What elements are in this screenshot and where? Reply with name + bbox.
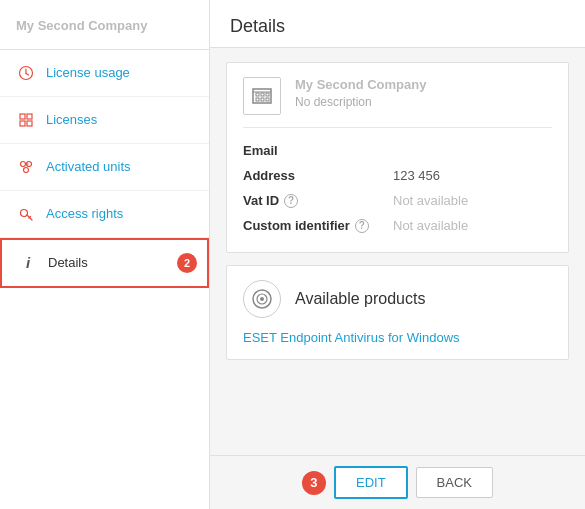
sidebar-nav: License usage Licenses (0, 50, 209, 509)
step-2-badge: 2 (177, 253, 197, 273)
main-panel: Details My S (210, 0, 585, 509)
address-row: Address 123 456 (243, 163, 552, 188)
product-link[interactable]: ESET Endpoint Antivirus for Windows (243, 330, 552, 345)
svg-rect-15 (256, 93, 259, 96)
sidebar-item-license-usage[interactable]: License usage (0, 50, 209, 97)
svg-rect-3 (20, 114, 25, 119)
main-content: My Second Company No description Email A… (210, 48, 585, 455)
company-description: No description (295, 95, 552, 109)
products-icon (243, 280, 281, 318)
sidebar: My Second Company License usage (0, 0, 210, 509)
main-header: Details (210, 0, 585, 48)
svg-rect-18 (256, 98, 259, 101)
custom-identifier-value: Not available (393, 218, 552, 233)
activated-units-icon (16, 157, 36, 177)
edit-button[interactable]: EDIT (334, 466, 408, 499)
step-3-badge: 3 (302, 471, 326, 495)
products-title: Available products (295, 290, 425, 308)
sidebar-item-label-access-rights: Access rights (46, 206, 123, 221)
svg-rect-6 (27, 121, 32, 126)
email-label: Email (243, 143, 383, 158)
address-label: Address (243, 168, 383, 183)
svg-line-2 (26, 73, 29, 75)
custom-identifier-label: Custom identifier ? (243, 218, 383, 233)
email-row: Email (243, 138, 552, 163)
svg-rect-19 (261, 98, 264, 101)
sidebar-item-label-details: Details (48, 255, 88, 270)
sidebar-item-label-license-usage: License usage (46, 65, 130, 80)
info-icon: i (18, 253, 38, 273)
clock-icon (16, 63, 36, 83)
page-title: Details (230, 16, 565, 37)
products-card: Available products ESET Endpoint Antivir… (226, 265, 569, 360)
details-table: Email Address 123 456 Vat ID ? Not avail… (243, 127, 552, 238)
sidebar-item-activated-units[interactable]: Activated units (0, 144, 209, 191)
sidebar-item-licenses[interactable]: Licenses (0, 97, 209, 144)
svg-rect-16 (261, 93, 264, 96)
svg-rect-5 (20, 121, 25, 126)
company-card-header: My Second Company No description (243, 77, 552, 115)
sidebar-item-access-rights[interactable]: Access rights (0, 191, 209, 238)
sidebar-header: My Second Company (0, 0, 209, 50)
company-name: My Second Company (295, 77, 552, 92)
svg-rect-17 (266, 93, 269, 96)
sidebar-item-label-licenses: Licenses (46, 112, 97, 127)
sidebar-company-name: My Second Company (16, 18, 193, 35)
main-footer: 3 EDIT BACK (210, 455, 585, 509)
licenses-icon (16, 110, 36, 130)
key-icon (16, 204, 36, 224)
svg-point-7 (21, 161, 26, 166)
company-card: My Second Company No description Email A… (226, 62, 569, 253)
svg-point-11 (21, 209, 28, 216)
custom-identifier-info-icon[interactable]: ? (355, 219, 369, 233)
company-info: My Second Company No description (295, 77, 552, 109)
back-button[interactable]: BACK (416, 467, 493, 498)
sidebar-item-details[interactable]: i Details 2 (0, 238, 209, 288)
vat-id-row: Vat ID ? Not available (243, 188, 552, 213)
footer-step: 3 EDIT BACK (302, 466, 493, 499)
svg-rect-4 (27, 114, 32, 119)
vat-id-info-icon[interactable]: ? (284, 194, 298, 208)
vat-id-label: Vat ID ? (243, 193, 383, 208)
svg-point-9 (24, 167, 29, 172)
custom-identifier-row: Custom identifier ? Not available (243, 213, 552, 238)
svg-point-24 (260, 297, 264, 301)
address-value: 123 456 (393, 168, 552, 183)
vat-id-value: Not available (393, 193, 552, 208)
sidebar-item-label-activated-units: Activated units (46, 159, 131, 174)
products-header: Available products (243, 280, 552, 318)
company-icon (243, 77, 281, 115)
svg-rect-20 (266, 98, 269, 101)
